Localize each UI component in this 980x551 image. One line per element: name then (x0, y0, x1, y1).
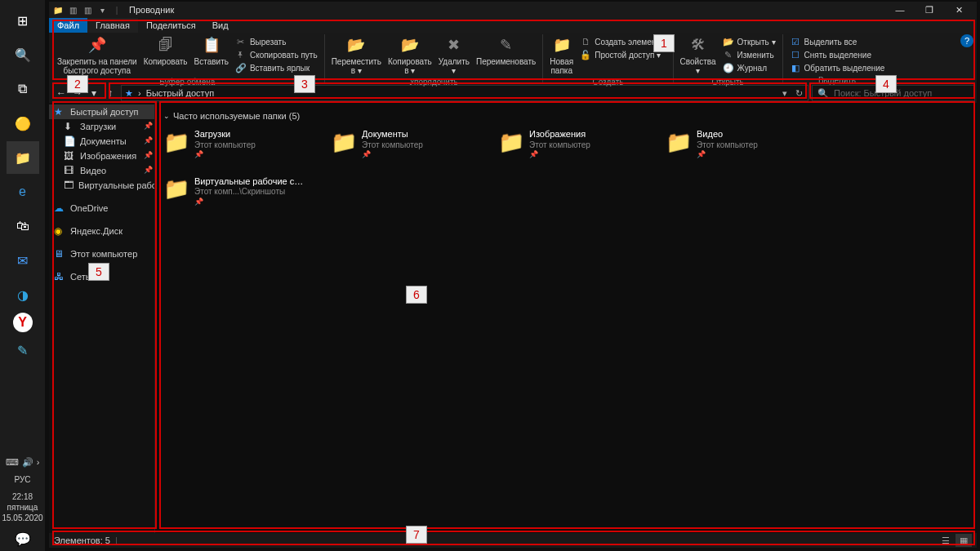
qat-btn-1[interactable]: ▥ (67, 4, 78, 16)
properties-button[interactable]: 🛠Свойства ▾ (677, 34, 719, 77)
sidebar-network-label: Сеть (70, 272, 90, 282)
select-none-icon: ☐ (790, 49, 801, 60)
folder-icon: 📁 (331, 129, 357, 155)
folder-location: Этот компьютер (362, 140, 423, 151)
folder-item[interactable]: 📁 Виртуальные рабочие с… Этот комп...\Ск… (163, 176, 306, 207)
system-tray[interactable]: ⌨🔊› (6, 454, 40, 471)
ribbon-tab-home[interactable]: Главная (87, 18, 138, 33)
invert-selection-button[interactable]: ◧Обратить выделение (788, 61, 887, 74)
folder-icon: 📁 (163, 129, 189, 155)
sidebar-onedrive-label: OneDrive (70, 203, 108, 213)
history-button[interactable]: 🕘Журнал (721, 61, 777, 74)
folder-pin-icon: 📌 (194, 198, 303, 207)
select-all-button[interactable]: ☑Выделить все (788, 35, 887, 48)
search-taskbar-icon[interactable]: 🔍 (7, 38, 39, 71)
sidebar-item-downloads[interactable]: ⬇Загрузки📌 (49, 119, 154, 134)
ribbon-tab-file[interactable]: Файл (49, 18, 87, 33)
paste-shortcut-label: Вставить ярлык (250, 64, 310, 73)
minimize-button[interactable]: — (885, 2, 915, 18)
open-button[interactable]: 📂Открыть ▾ (721, 35, 777, 48)
address-dropdown[interactable]: ▾ (781, 88, 789, 99)
sidebar-item-label: Видео (80, 166, 106, 176)
action-center-icon[interactable]: 💬 (7, 527, 39, 550)
delete-label: Удалить ▾ (439, 57, 470, 75)
taskbar-app-2[interactable]: ✎ (7, 334, 39, 367)
maximize-button[interactable]: ❐ (915, 2, 944, 18)
sidebar-item-pictures[interactable]: 🖼Изображения📌 (49, 149, 154, 163)
close-button[interactable]: ✕ (944, 2, 973, 18)
edit-button[interactable]: ✎Изменить (721, 48, 777, 61)
copy-path-button[interactable]: 🖈Скопировать путь (234, 48, 319, 61)
sidebar-onedrive[interactable]: ☁OneDrive (49, 201, 154, 216)
paste-shortcut-button[interactable]: 🔗Вставить ярлык (234, 61, 319, 74)
folder-name: Документы (362, 129, 423, 140)
folder-item[interactable]: 📁 Загрузки Этот компьютер 📌 (163, 129, 306, 160)
qat-dropdown[interactable]: ▾ (96, 4, 108, 16)
folder-pin-icon: 📌 (362, 150, 423, 159)
folder-item[interactable]: 📁 Изображения Этот компьютер 📌 (498, 129, 641, 160)
sidebar-item-virtual-desktops[interactable]: 🗔Виртуальные рабочие ст… (49, 178, 154, 193)
delete-button[interactable]: ✖Удалить ▾ (435, 34, 473, 77)
folder-item[interactable]: 📁 Видео Этот компьютер 📌 (666, 129, 808, 160)
taskbar-telegram-icon[interactable]: ◑ (7, 278, 39, 311)
breadcrumb-root[interactable]: Быстрый доступ (146, 88, 215, 98)
nav-recent-button[interactable]: ▾ (87, 86, 101, 100)
folder-icon: 📁 (163, 176, 189, 202)
copy-path-label: Скопировать путь (250, 51, 318, 60)
cut-button[interactable]: ✂Вырезать (234, 35, 319, 48)
anno-3: 3 (294, 75, 315, 93)
view-large-icons-button[interactable]: ▦ (956, 534, 972, 547)
sidebar-item-videos[interactable]: 🎞Видео📌 (49, 163, 154, 178)
taskbar-yandex-icon[interactable]: Y (13, 313, 33, 332)
folder-location: Этот комп...\Скриншоты (194, 187, 303, 198)
copy-icon: 🗐 (156, 36, 176, 56)
copy-path-icon: 🖈 (235, 49, 247, 60)
tray-clock[interactable]: 22:18 пятница 15.05.2020 (2, 488, 42, 527)
sidebar-item-documents[interactable]: 📄Документы📌 (49, 134, 154, 149)
cut-icon: ✂ (235, 36, 247, 47)
folder-icon: 📁 (498, 129, 524, 155)
paste-icon: 📋 (202, 36, 221, 56)
pin-to-quick-access-button[interactable]: 📌 Закрепить на панели быстрого доступа (54, 34, 140, 77)
view-details-button[interactable]: ☰ (938, 534, 954, 547)
open-label: Открыть ▾ (737, 38, 776, 47)
paste-button[interactable]: 📋 Вставить (191, 34, 232, 68)
taskbar-app-1[interactable]: 🟡 (7, 107, 39, 140)
frequent-folders-header[interactable]: ⌄ Часто используемые папки (5) (163, 108, 969, 124)
copy-to-button[interactable]: 📂Копировать в ▾ (385, 34, 435, 77)
sidebar-yandex-disk[interactable]: ◉Яндекс.Диск (49, 224, 154, 238)
pictures-icon: 🖼 (64, 150, 75, 162)
breadcrumb-sep: › (138, 88, 141, 98)
ribbon-tab-view[interactable]: Вид (204, 18, 237, 33)
select-none-button[interactable]: ☐Снять выделение (788, 48, 887, 61)
copy-button[interactable]: 🗐 Копировать (140, 34, 191, 68)
anno-5: 5 (88, 263, 109, 281)
qat-btn-2[interactable]: ▥ (82, 4, 93, 16)
start-button[interactable]: ⊞ (7, 4, 39, 37)
sidebar-this-pc[interactable]: 🖥Этот компьютер (49, 247, 154, 261)
anno-4: 4 (875, 75, 897, 93)
taskbar-explorer-icon[interactable]: 📁 (7, 141, 39, 174)
ribbon-tab-share[interactable]: Поделиться (138, 18, 204, 33)
rename-button[interactable]: ✎Переименовать (473, 34, 539, 68)
move-to-button[interactable]: 📂Переместить в ▾ (328, 34, 385, 77)
taskbar-mail-icon[interactable]: ✉ (7, 244, 39, 277)
folder-location: Этот компьютер (529, 140, 590, 151)
easy-access-icon: 🔓 (580, 49, 591, 60)
taskbar-store-icon[interactable]: 🛍 (7, 210, 39, 242)
new-folder-button[interactable]: 📁Новая папка (546, 34, 577, 77)
ribbon-help-icon[interactable]: ? (960, 34, 973, 47)
clipboard-group-label: Буфер обмена (54, 77, 321, 87)
sidebar-item-label: Виртуальные рабочие ст… (78, 180, 155, 190)
invert-selection-icon: ◧ (790, 62, 801, 73)
qat-folder-icon: 📁 (52, 4, 64, 16)
taskview-icon[interactable]: ⧉ (7, 73, 39, 105)
address-refresh[interactable]: ↻ (794, 88, 804, 99)
taskbar-edge-icon[interactable]: e (7, 176, 39, 208)
new-item-icon: 🗋 (580, 36, 591, 47)
sidebar-quick-access[interactable]: ★Быстрый доступ (49, 104, 154, 119)
nav-up-button[interactable]: ↑ (103, 86, 118, 100)
tray-language[interactable]: РУС (14, 471, 30, 488)
address-bar[interactable]: ★ › Быстрый доступ ▾ ↻ (121, 85, 808, 101)
folder-item[interactable]: 📁 Документы Этот компьютер 📌 (331, 129, 474, 160)
